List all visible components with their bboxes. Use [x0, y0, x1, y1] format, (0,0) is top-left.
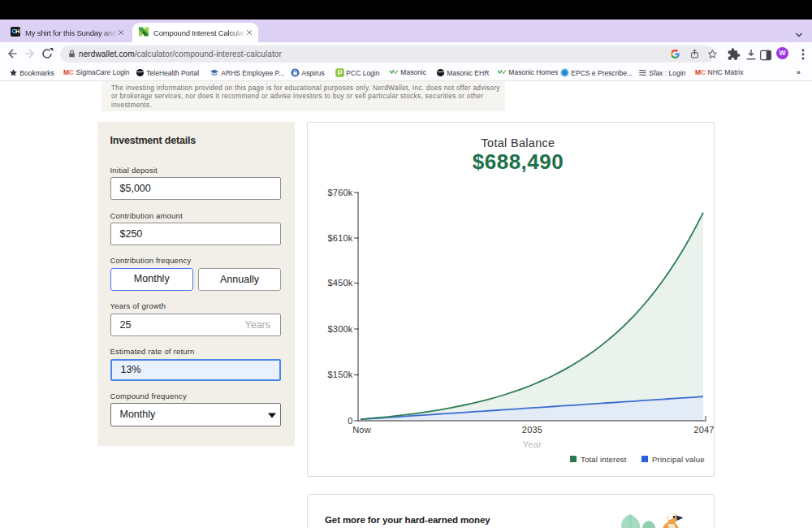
svg-text:$450k: $450k [328, 278, 353, 288]
svg-text:Year: Year [523, 439, 542, 449]
svg-text:$610k: $610k [328, 233, 353, 243]
svg-text:Principal value: Principal value [652, 455, 705, 464]
svg-text:$150k: $150k [328, 370, 353, 379]
svg-text:2047: 2047 [693, 425, 714, 435]
svg-text:Total interest: Total interest [581, 455, 627, 464]
svg-text:Now: Now [352, 425, 371, 435]
svg-text:$760k: $760k [328, 188, 353, 197]
svg-text:$300k: $300k [328, 324, 353, 334]
svg-text:2035: 2035 [522, 425, 542, 435]
